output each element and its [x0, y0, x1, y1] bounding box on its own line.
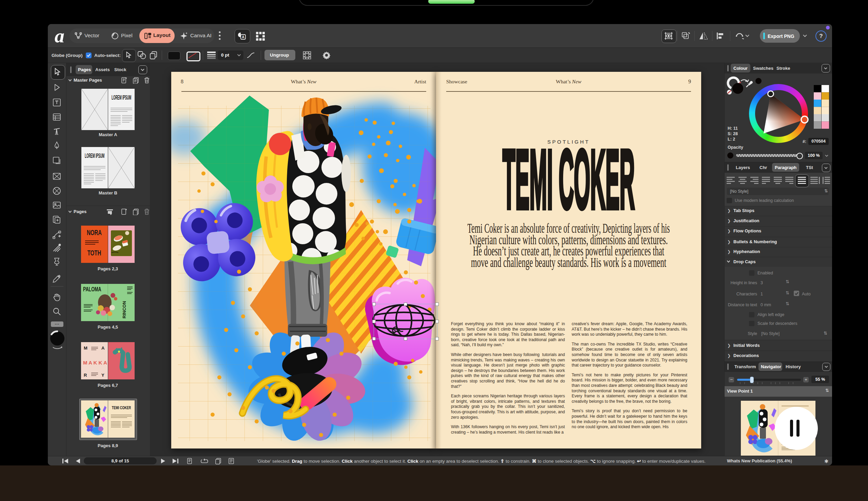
svg-text:M: M: [84, 345, 87, 351]
svg-text:R: R: [84, 373, 87, 378]
svg-text:TOTH: TOTH: [87, 249, 101, 257]
svg-text:Y: Y: [101, 373, 104, 378]
svg-text:move and challenge beauty stan: move and challenge beauty standards. His…: [471, 254, 666, 270]
svg-text:TEMI COKER: TEMI COKER: [112, 405, 131, 410]
svg-text:M A K K A: M A K K A: [83, 360, 107, 365]
svg-text:LOREM IPSUM: LOREM IPSUM: [85, 152, 104, 159]
svg-text:RINCON: RINCON: [122, 301, 127, 318]
svg-text:A: A: [242, 35, 244, 39]
svg-text:LOREM IPSUM: LOREM IPSUM: [112, 94, 131, 101]
svg-text:PALOMA: PALOMA: [83, 286, 101, 293]
svg-text:NORA: NORA: [87, 228, 102, 236]
svg-text:TEMI COKER: TEMI COKER: [502, 133, 635, 214]
svg-text:A: A: [101, 345, 105, 351]
